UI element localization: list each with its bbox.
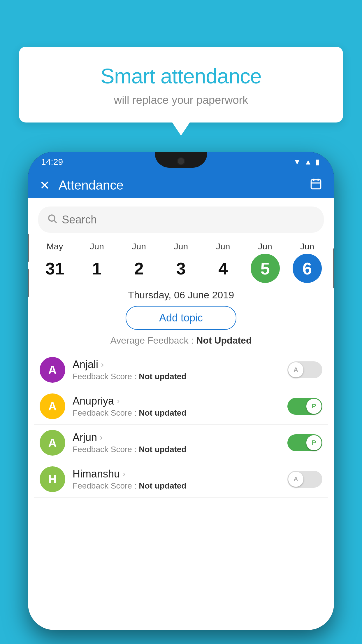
speech-bubble: Smart attendance will replace your paper… bbox=[19, 47, 343, 123]
student-feedback: Feedback Score : Not updated bbox=[73, 372, 280, 381]
date-item[interactable]: Jun3 bbox=[162, 242, 200, 283]
toggle-knob: A bbox=[288, 362, 303, 377]
calendar-icon[interactable] bbox=[310, 178, 322, 193]
date-item[interactable]: Jun5 bbox=[246, 242, 284, 283]
student-name: Anjali › bbox=[73, 358, 280, 371]
bubble-subtitle: will replace your paperwork bbox=[34, 94, 328, 106]
date-month: Jun bbox=[90, 242, 104, 251]
date-item[interactable]: Jun6 bbox=[288, 242, 326, 283]
student-info: Anupriya ›Feedback Score : Not updated bbox=[73, 395, 280, 418]
search-input[interactable] bbox=[62, 214, 315, 226]
student-feedback: Feedback Score : Not updated bbox=[73, 481, 280, 491]
notch bbox=[155, 152, 207, 168]
student-avatar: A bbox=[40, 393, 65, 419]
date-item[interactable]: Jun1 bbox=[78, 242, 116, 283]
date-number[interactable]: 5 bbox=[251, 254, 280, 283]
toggle-knob: A bbox=[288, 472, 303, 487]
chevron-right-icon: › bbox=[100, 433, 103, 442]
date-month: Jun bbox=[258, 242, 272, 251]
date-number[interactable]: 6 bbox=[293, 254, 322, 283]
avg-feedback-value: Not Updated bbox=[196, 335, 252, 346]
date-month: Jun bbox=[132, 242, 146, 251]
avg-feedback: Average Feedback : Not Updated bbox=[28, 335, 334, 346]
date-number[interactable]: 3 bbox=[166, 254, 196, 283]
speech-bubble-container: Smart attendance will replace your paper… bbox=[19, 47, 343, 123]
date-month: Jun bbox=[300, 242, 314, 251]
date-number[interactable]: 1 bbox=[82, 254, 111, 283]
student-item[interactable]: HHimanshu ›Feedback Score : Not updatedA bbox=[34, 461, 328, 498]
svg-rect-0 bbox=[311, 180, 321, 189]
screen-content: May31Jun1Jun2Jun3Jun4Jun5Jun6 Thursday, … bbox=[28, 198, 334, 630]
student-item[interactable]: AArjun ›Feedback Score : Not updatedP bbox=[34, 425, 328, 461]
date-month: May bbox=[47, 242, 63, 251]
screen-title: Attendance bbox=[59, 178, 310, 192]
search-bar[interactable] bbox=[38, 206, 324, 233]
signal-icon: ▲ bbox=[304, 158, 312, 167]
student-item[interactable]: AAnjali ›Feedback Score : Not updatedA bbox=[34, 352, 328, 388]
student-list: AAnjali ›Feedback Score : Not updatedAAA… bbox=[28, 352, 334, 498]
date-number[interactable]: 2 bbox=[124, 254, 154, 283]
date-month: Jun bbox=[216, 242, 230, 251]
attendance-toggle[interactable]: A bbox=[287, 471, 322, 488]
student-feedback: Feedback Score : Not updated bbox=[73, 408, 280, 418]
student-item[interactable]: AAnupriya ›Feedback Score : Not updatedP bbox=[34, 388, 328, 425]
chevron-right-icon: › bbox=[101, 360, 104, 369]
toggle-knob: P bbox=[306, 399, 321, 414]
wifi-icon: ▼ bbox=[294, 158, 301, 167]
attendance-toggle[interactable]: P bbox=[287, 434, 322, 451]
date-number[interactable]: 4 bbox=[208, 254, 238, 283]
status-icons: ▼ ▲ ▮ bbox=[294, 158, 319, 167]
volume-up-button[interactable] bbox=[28, 233, 29, 262]
power-button[interactable] bbox=[333, 248, 334, 289]
svg-point-4 bbox=[49, 215, 55, 221]
front-camera bbox=[177, 157, 185, 165]
phone-frame: 14:29 ▼ ▲ ▮ ✕ Attendance bbox=[28, 152, 334, 630]
student-info: Himanshu ›Feedback Score : Not updated bbox=[73, 468, 280, 491]
student-avatar: H bbox=[40, 466, 65, 492]
selected-date-label: Thursday, 06 June 2019 bbox=[28, 289, 334, 301]
avg-feedback-label: Average Feedback : bbox=[110, 335, 196, 346]
student-feedback: Feedback Score : Not updated bbox=[73, 445, 280, 454]
student-avatar: A bbox=[40, 357, 65, 383]
student-name: Himanshu › bbox=[73, 468, 280, 480]
date-item[interactable]: May31 bbox=[36, 242, 74, 283]
date-strip: May31Jun1Jun2Jun3Jun4Jun5Jun6 bbox=[28, 239, 334, 286]
search-icon bbox=[47, 213, 57, 226]
student-info: Arjun ›Feedback Score : Not updated bbox=[73, 431, 280, 454]
status-time: 14:29 bbox=[41, 157, 63, 167]
student-name: Arjun › bbox=[73, 431, 280, 444]
student-avatar: A bbox=[40, 430, 65, 456]
volume-down-button[interactable] bbox=[28, 268, 29, 298]
date-month: Jun bbox=[174, 242, 188, 251]
battery-icon: ▮ bbox=[315, 158, 319, 167]
chevron-right-icon: › bbox=[117, 396, 120, 406]
svg-line-5 bbox=[54, 220, 57, 223]
chevron-right-icon: › bbox=[123, 469, 125, 479]
student-name: Anupriya › bbox=[73, 395, 280, 407]
date-number[interactable]: 31 bbox=[40, 254, 69, 283]
student-info: Anjali ›Feedback Score : Not updated bbox=[73, 358, 280, 381]
add-topic-button[interactable]: Add topic bbox=[126, 306, 236, 330]
app-header: ✕ Attendance bbox=[28, 172, 334, 198]
attendance-toggle[interactable]: P bbox=[287, 398, 322, 415]
date-item[interactable]: Jun2 bbox=[120, 242, 158, 283]
toggle-knob: P bbox=[306, 435, 321, 450]
close-button[interactable]: ✕ bbox=[40, 178, 50, 192]
phone-container: 14:29 ▼ ▲ ▮ ✕ Attendance bbox=[28, 152, 334, 630]
attendance-toggle[interactable]: A bbox=[287, 361, 322, 378]
bubble-title: Smart attendance bbox=[34, 64, 328, 88]
date-item[interactable]: Jun4 bbox=[204, 242, 242, 283]
